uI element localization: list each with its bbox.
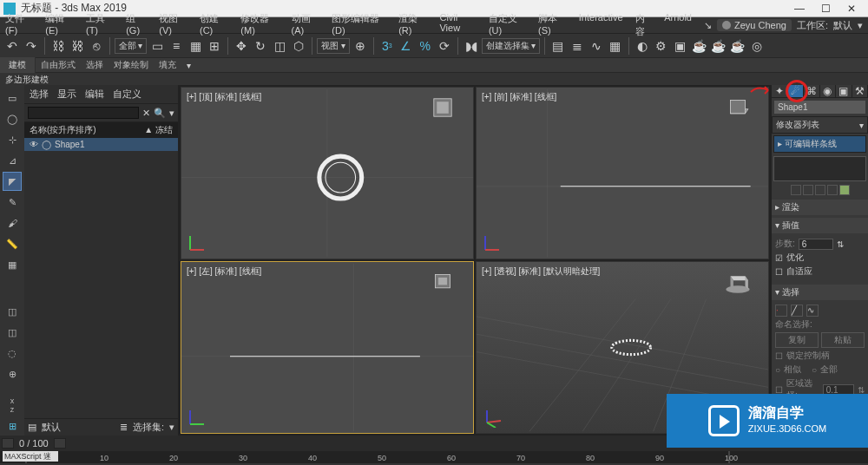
scene-search-clear-icon[interactable]: ✕ xyxy=(142,108,150,119)
pin-stack-icon[interactable] xyxy=(791,185,801,195)
align-icon[interactable]: ▤ xyxy=(549,37,567,55)
scene-filter-icon[interactable]: 🔍 xyxy=(154,108,166,119)
undo-icon[interactable]: ↶ xyxy=(3,37,21,55)
ref-coord[interactable]: 视图 ▾ xyxy=(317,38,350,54)
scene-search-chevron-icon[interactable]: ▾ xyxy=(169,108,174,119)
redo-icon[interactable]: ↷ xyxy=(23,37,40,55)
workspace-chevron-icon[interactable]: ▾ xyxy=(858,20,863,31)
misc2-icon[interactable]: ◫ xyxy=(3,323,22,342)
menu-file[interactable]: 文件(F) xyxy=(5,12,33,38)
select-region-icon[interactable]: ▦ xyxy=(187,37,204,55)
window-crossing-icon[interactable]: ⊞ xyxy=(206,37,223,55)
ribbon-tab-objectpaint[interactable]: 对象绘制 xyxy=(108,57,154,73)
mirror-icon[interactable]: ◗◖ xyxy=(463,37,480,55)
cmd-tab-util-icon[interactable]: ⚒ xyxy=(852,85,869,97)
lock-handles-checkbox[interactable]: ☐ xyxy=(775,351,783,361)
spinner-icon[interactable]: ⇅ xyxy=(837,239,844,249)
select-name-icon[interactable]: ≡ xyxy=(168,37,185,55)
timeslider-next-icon[interactable] xyxy=(54,438,66,449)
scale-icon[interactable]: ◫ xyxy=(271,37,288,55)
menu-view[interactable]: 视图(V) xyxy=(159,12,187,38)
snap-toggle-icon[interactable]: 33 xyxy=(378,37,396,55)
misc3-icon[interactable]: ◌ xyxy=(3,344,22,363)
layout-presets-icon[interactable]: ⊞ xyxy=(3,416,22,436)
cmd-tab-hierarchy-icon[interactable]: ⌘ xyxy=(804,85,820,97)
cmd-tab-create-icon[interactable]: ✦ xyxy=(772,85,788,97)
rollout-selection[interactable]: ▾ 选择 xyxy=(772,285,868,300)
placement-icon[interactable]: ⬡ xyxy=(290,37,307,55)
scene-row-shape1[interactable]: 👁 ◯ Shape1 xyxy=(24,138,178,151)
track-bar[interactable]: 0 10 20 30 40 50 60 70 80 90 100 xyxy=(0,451,868,463)
optimize-checkbox[interactable]: ☑ xyxy=(775,253,783,263)
paste-button[interactable]: 粘贴 xyxy=(821,332,865,348)
menu-interactive[interactable]: Interactive xyxy=(579,12,623,38)
measure-icon[interactable]: 📏 xyxy=(3,234,22,253)
brush-icon[interactable]: 🖌 xyxy=(3,213,22,232)
area-spinner-icon[interactable]: ⇅ xyxy=(858,385,865,395)
menu-script[interactable]: 脚本(S) xyxy=(538,12,567,38)
vr-icon[interactable]: ◎ xyxy=(748,37,766,55)
coord-icon[interactable]: ⊿ xyxy=(3,151,22,170)
maxscript-listener[interactable]: MAXScript 迷 xyxy=(3,451,58,462)
selection-filter[interactable]: 全部 ▾ xyxy=(115,38,147,54)
spinner-snap-icon[interactable]: ⟳ xyxy=(436,37,453,55)
scene-col-name[interactable]: 名称(按升序排序) xyxy=(30,124,96,136)
vertex-subobj-icon[interactable]: · xyxy=(775,305,787,317)
similar-radio[interactable]: ○ xyxy=(775,365,780,375)
ribbon-tab-modeling[interactable]: 建模 xyxy=(0,57,36,73)
manip-icon[interactable]: ⊹ xyxy=(3,130,22,149)
modifier-editable-spline[interactable]: ▸ 可编辑样条线 xyxy=(773,135,866,153)
menu-render[interactable]: 渲染(R) xyxy=(398,12,427,38)
named-sel-set[interactable]: 创建选择集 ▾ xyxy=(482,38,540,54)
modifier-list-dropdown[interactable]: 修改器列表▾ xyxy=(772,116,868,134)
rollout-interpolation[interactable]: ▾ 插值 xyxy=(772,218,868,233)
layers-icon2[interactable]: ≣ xyxy=(120,422,128,433)
link-icon[interactable]: ⛓ xyxy=(49,37,67,55)
object-name-field[interactable]: Shape1 xyxy=(774,101,865,114)
scene-tab-display[interactable]: 显示 xyxy=(57,88,76,101)
ribbon-expand-icon[interactable]: ▾ xyxy=(187,61,191,70)
render-setup-icon[interactable]: ⚙ xyxy=(653,37,670,55)
scene-col-freeze[interactable]: ▲ 冻结 xyxy=(144,124,173,136)
signin-icon[interactable]: ↘ xyxy=(704,20,712,31)
adaptive-checkbox[interactable]: ☐ xyxy=(775,267,783,277)
angle-snap-icon[interactable]: ∠ xyxy=(398,37,415,55)
close-button[interactable]: ✕ xyxy=(838,3,865,15)
percent-snap-icon[interactable]: % xyxy=(417,37,434,55)
maximize-button[interactable]: ☐ xyxy=(812,3,838,15)
menu-group[interactable]: 组(G) xyxy=(126,12,147,38)
bind-icon[interactable]: ⎋ xyxy=(88,37,105,55)
menu-animation[interactable]: 动画(A) xyxy=(292,12,320,38)
menu-arnold[interactable]: Arnold xyxy=(664,12,692,38)
schematic-icon[interactable]: ▦ xyxy=(607,37,624,55)
scene-search-input[interactable] xyxy=(28,107,139,119)
ribbon-tab-freeform[interactable]: 自由形式 xyxy=(36,57,81,73)
scene-tab-custom[interactable]: 自定义 xyxy=(113,88,141,101)
remove-mod-icon[interactable] xyxy=(827,185,838,195)
ribbon-tab-selection[interactable]: 选择 xyxy=(81,57,108,73)
snap-icon[interactable]: ◤ xyxy=(3,172,22,191)
show-end-icon[interactable] xyxy=(803,185,813,195)
cmd-tab-motion-icon[interactable]: ◉ xyxy=(820,85,837,97)
menu-create[interactable]: 创建(C) xyxy=(200,12,228,38)
spline-subobj-icon[interactable]: ∿ xyxy=(806,305,819,317)
scene-tab-select[interactable]: 选择 xyxy=(30,88,49,101)
default-layer-label[interactable]: 默认 xyxy=(42,421,61,434)
rollout-render[interactable]: ▸ 渲染 xyxy=(772,200,868,215)
menu-content[interactable]: 内容 xyxy=(635,12,653,38)
menu-graph-editors[interactable]: 图形编辑器(D) xyxy=(332,12,386,38)
render-icon[interactable]: ☕ xyxy=(691,37,708,55)
curve-editor-icon[interactable]: ∿ xyxy=(588,37,605,55)
area-checkbox[interactable]: ☐ xyxy=(775,385,783,395)
cmd-tab-display-icon[interactable]: ▣ xyxy=(836,85,852,97)
steps-input[interactable]: 6 xyxy=(799,239,833,250)
pivot-icon[interactable]: ⊕ xyxy=(352,37,369,55)
teapot2-icon[interactable]: ☕ xyxy=(729,37,746,55)
viewport-front[interactable]: [+] [前] [标准] [线框] xyxy=(476,87,769,259)
visibility-icon[interactable]: 👁 xyxy=(30,140,38,149)
material-icon[interactable]: ◐ xyxy=(634,37,651,55)
modifier-stack[interactable] xyxy=(773,156,866,181)
select-icon[interactable]: ▭ xyxy=(148,37,166,55)
viewport-top[interactable]: [+] [顶] [标准] [线框] xyxy=(181,87,474,259)
lasso-icon[interactable]: ◯ xyxy=(3,109,22,128)
